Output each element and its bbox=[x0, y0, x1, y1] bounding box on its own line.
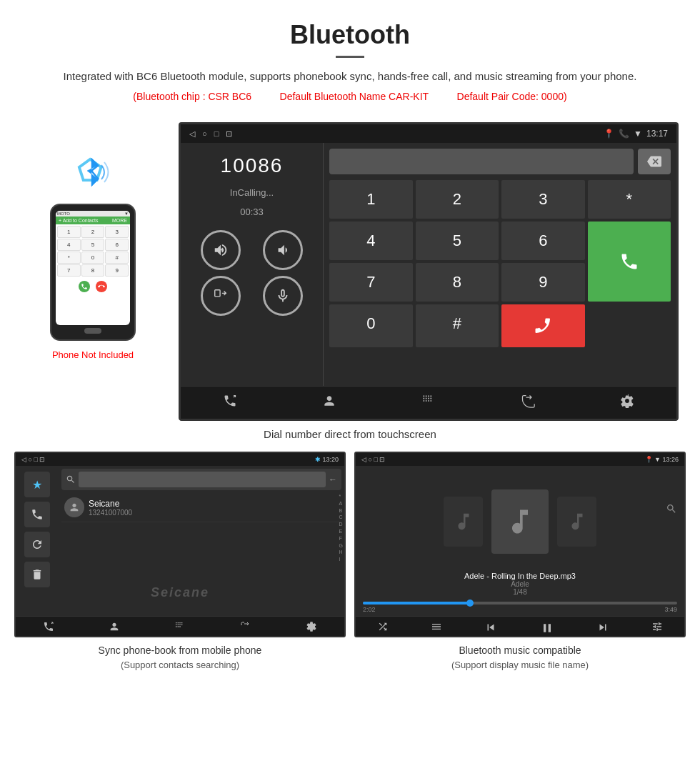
car-number-display: 10086 bbox=[192, 154, 311, 177]
pb-delete-btn[interactable] bbox=[24, 562, 50, 587]
bottom-screenshots: ◁ ○ □ ⊡ ✱ 13:20 ★ bbox=[0, 452, 700, 675]
car-key-0[interactable]: 0 bbox=[329, 304, 413, 347]
car-key-hash[interactable]: # bbox=[416, 304, 499, 347]
bluetooth-icon: ⬠ bbox=[71, 151, 114, 194]
music-list-btn[interactable] bbox=[431, 621, 442, 637]
music-song-title: Adele - Rolling In the Deep.mp3 bbox=[361, 572, 679, 580]
bt-name-spec: Default Bluetooth Name CAR-KIT bbox=[280, 91, 429, 102]
phone-key-hash[interactable]: # bbox=[105, 252, 129, 264]
recents-icon[interactable]: □ bbox=[214, 129, 219, 139]
pb-search-input[interactable] bbox=[79, 472, 326, 487]
music-progress-bar[interactable] bbox=[363, 602, 677, 605]
phone-mockup: MOTO ▼ + Add to Contacts MORE 1 2 3 4 5 … bbox=[50, 204, 136, 341]
music-play-btn[interactable] bbox=[540, 621, 554, 637]
pb-sidebar: ★ bbox=[16, 466, 59, 616]
car-bottom-contacts-icon[interactable] bbox=[322, 394, 336, 412]
pb-contact-item[interactable]: Seicane 13241007000 bbox=[61, 493, 341, 522]
car-key-9[interactable]: 9 bbox=[501, 263, 585, 302]
music-search-icon[interactable] bbox=[666, 503, 677, 517]
music-next-btn[interactable] bbox=[596, 621, 609, 637]
pb-bot-calls[interactable] bbox=[43, 621, 54, 635]
car-key-4[interactable]: 4 bbox=[329, 222, 413, 260]
phone-end-button[interactable] bbox=[96, 281, 107, 292]
car-bottom-transfer-icon[interactable] bbox=[521, 394, 535, 412]
clock: 13:17 bbox=[646, 129, 668, 139]
pb-bot-dialpad[interactable] bbox=[174, 621, 186, 635]
pb-back-icon: ◁ ○ □ ⊡ bbox=[21, 456, 45, 463]
header-specs: (Bluetooth chip : CSR BC6 Default Blueto… bbox=[43, 91, 657, 102]
car-key-7[interactable]: 7 bbox=[329, 263, 413, 302]
pb-phone-btn[interactable] bbox=[24, 502, 50, 527]
volume-up-button[interactable]: + bbox=[201, 230, 241, 270]
phone-call-button[interactable] bbox=[79, 281, 90, 292]
car-backspace-button[interactable] bbox=[638, 149, 671, 174]
pb-search-icon bbox=[66, 474, 76, 484]
car-key-6[interactable]: 6 bbox=[501, 222, 585, 260]
bt-code-spec: Default Pair Code: 0000) bbox=[457, 91, 567, 102]
music-artist: Adele bbox=[361, 580, 679, 588]
music-settings-btn[interactable] bbox=[651, 621, 663, 637]
phone-key-3[interactable]: 3 bbox=[105, 226, 129, 238]
mute-button[interactable] bbox=[263, 276, 303, 316]
car-call-button[interactable] bbox=[588, 222, 671, 302]
phone-key-8[interactable]: 8 bbox=[81, 264, 105, 277]
car-status-bar: ◁ ○ □ ⊡ 📍 📞 ▼ 13:17 bbox=[181, 124, 676, 143]
pb-status-bar: ◁ ○ □ ⊡ ✱ 13:20 bbox=[16, 453, 344, 466]
phone-key-0[interactable]: 0 bbox=[81, 252, 105, 264]
bt-chip-spec: (Bluetooth chip : CSR BC6 bbox=[133, 91, 251, 102]
car-key-8[interactable]: 8 bbox=[416, 263, 499, 302]
pb-caption-text: Sync phone-book from mobile phone bbox=[21, 643, 339, 658]
phone-key-4[interactable]: 4 bbox=[57, 239, 81, 251]
phone-key-6[interactable]: 6 bbox=[105, 239, 129, 251]
car-key-2[interactable]: 2 bbox=[416, 180, 499, 219]
pb-alphabet: * A B C D E F G H I bbox=[339, 493, 343, 563]
car-left-panel: 10086 InCalling... 00:33 + bbox=[181, 143, 324, 386]
car-status-right: 📍 📞 ▼ 13:17 bbox=[604, 129, 668, 139]
car-key-3[interactable]: 3 bbox=[501, 180, 585, 219]
transfer-call-button[interactable] bbox=[201, 276, 241, 316]
phone-not-included-label: Phone Not Included bbox=[52, 349, 134, 360]
car-bottom-calls-icon[interactable] bbox=[223, 394, 237, 412]
pb-bot-settings[interactable] bbox=[306, 621, 317, 635]
music-caption: Bluetooth music compatible (Support disp… bbox=[354, 637, 686, 675]
car-key-star[interactable]: * bbox=[588, 180, 671, 219]
car-end-button[interactable] bbox=[501, 304, 585, 347]
music-total-time: 3:49 bbox=[664, 606, 677, 613]
music-caption-sub: (Support display music file name) bbox=[361, 658, 679, 672]
music-prev-btn[interactable] bbox=[484, 621, 497, 637]
home-icon[interactable]: ○ bbox=[202, 129, 207, 139]
pb-bot-contacts[interactable] bbox=[109, 621, 120, 635]
music-status-bar: ◁ ○ □ ⊡ 📍 ▼ 13:26 bbox=[356, 453, 684, 466]
car-bottom-settings-icon[interactable] bbox=[620, 394, 634, 412]
phone-key-9[interactable]: 9 bbox=[105, 264, 129, 277]
pb-refresh-btn[interactable] bbox=[24, 532, 50, 557]
phone-contact-header: + Add to Contacts MORE bbox=[56, 217, 130, 224]
music-shuffle-btn[interactable] bbox=[377, 621, 389, 637]
pb-back-arrow[interactable]: ← bbox=[329, 474, 337, 484]
phone-key-7[interactable]: 7 bbox=[57, 264, 81, 277]
phone-home-button[interactable] bbox=[84, 328, 101, 334]
car-timer: 00:33 bbox=[192, 207, 311, 217]
volume-down-button[interactable]: - bbox=[263, 230, 303, 270]
screen-icon[interactable]: ⊡ bbox=[226, 129, 232, 139]
pb-main: ← Seicane 13241007000 * A bbox=[59, 466, 344, 616]
music-caption-text: Bluetooth music compatible bbox=[361, 643, 679, 658]
car-bottom-dialpad-icon[interactable] bbox=[421, 394, 436, 412]
music-progress-fill bbox=[363, 602, 473, 605]
phone-key-1[interactable]: 1 bbox=[57, 226, 81, 238]
phone-key-star[interactable]: * bbox=[57, 252, 81, 264]
car-calling-status: InCalling... bbox=[192, 187, 311, 198]
car-key-1[interactable]: 1 bbox=[329, 180, 413, 219]
pb-caption-sub: (Support contacts searching) bbox=[21, 658, 339, 672]
music-current-time: 2:02 bbox=[363, 606, 376, 613]
back-icon[interactable]: ◁ bbox=[189, 129, 195, 139]
music-content: Adele - Rolling In the Deep.mp3 Adele 1/… bbox=[356, 466, 684, 616]
car-key-5[interactable]: 5 bbox=[416, 222, 499, 260]
phone-key-2[interactable]: 2 bbox=[81, 226, 105, 238]
car-dialpad-grid: 1 2 3 * 4 5 6 7 8 9 0 bbox=[329, 180, 671, 347]
phone-key-5[interactable]: 5 bbox=[81, 239, 105, 251]
car-number-input[interactable] bbox=[329, 149, 634, 174]
pb-bluetooth-btn[interactable]: ★ bbox=[24, 472, 50, 497]
pb-bot-transfer[interactable] bbox=[240, 621, 251, 635]
pb-content: ★ ← bbox=[16, 466, 344, 616]
